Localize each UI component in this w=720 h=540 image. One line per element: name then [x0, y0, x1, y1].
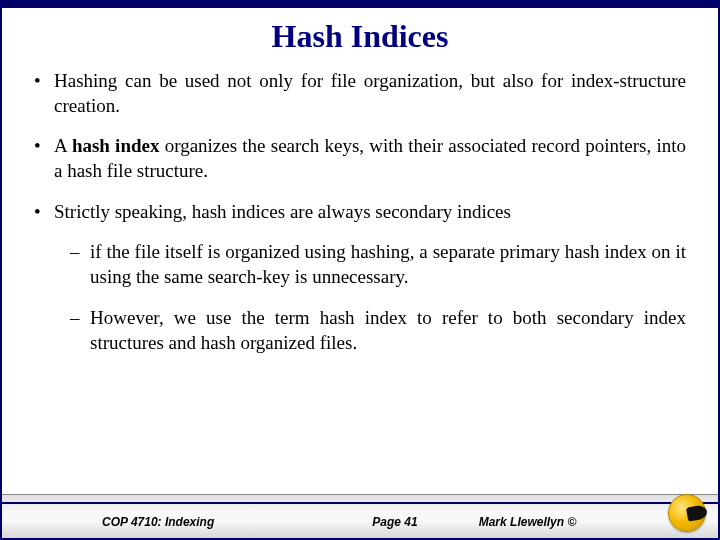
footer-course: COP 4710: Indexing: [102, 515, 311, 529]
bullet-marker: •: [34, 134, 54, 183]
bullet-text: Strictly speaking, hash indices are alwa…: [54, 200, 686, 225]
sub-bullet-text: However, we use the term hash index to r…: [90, 306, 686, 355]
bullet-text: A hash index organizes the search keys, …: [54, 134, 686, 183]
slide: Hash Indices • Hashing can be used not o…: [0, 0, 720, 540]
sub-bullet-item: – if the file itself is organized using …: [70, 240, 686, 289]
ucf-logo: [668, 494, 708, 534]
slide-content: • Hashing can be used not only for file …: [2, 69, 718, 538]
bullet-marker: •: [34, 200, 54, 225]
sub-bullet-text: if the file itself is organized using ha…: [90, 240, 686, 289]
bullet-item: • Hashing can be used not only for file …: [34, 69, 686, 118]
bullet-marker: •: [34, 69, 54, 118]
footer-text: COP 4710: Indexing Page 41 Mark Llewelly…: [2, 515, 718, 529]
logo-disc: [668, 494, 706, 532]
text-span: A: [54, 135, 72, 156]
bullet-text: Hashing can be used not only for file or…: [54, 69, 686, 118]
footer-divider: [2, 502, 718, 504]
bold-term: hash index: [72, 135, 160, 156]
footer: COP 4710: Indexing Page 41 Mark Llewelly…: [2, 494, 718, 538]
bullet-item: • Strictly speaking, hash indices are al…: [34, 200, 686, 225]
sub-bullet-marker: –: [70, 240, 90, 289]
footer-author: Mark Llewellyn ©: [479, 515, 688, 529]
sub-bullet-marker: –: [70, 306, 90, 355]
bullet-item: • A hash index organizes the search keys…: [34, 134, 686, 183]
sub-bullet-item: – However, we use the term hash index to…: [70, 306, 686, 355]
logo-pegasus: [686, 504, 708, 521]
slide-title: Hash Indices: [2, 8, 718, 69]
footer-page: Page 41: [311, 515, 478, 529]
